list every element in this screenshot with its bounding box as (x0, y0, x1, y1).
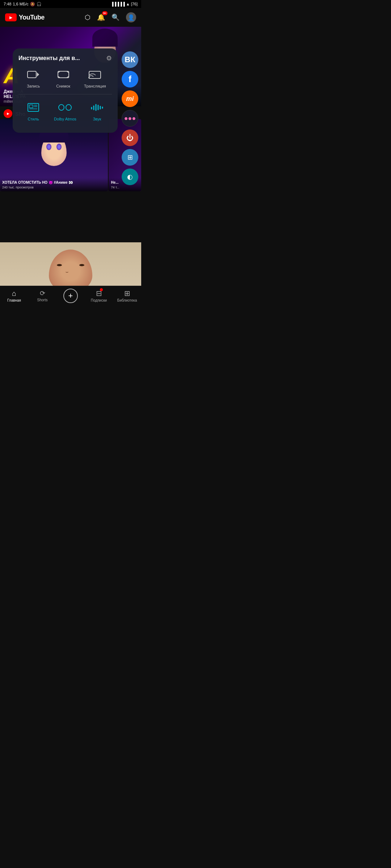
header-icons: ⬡ 🔔 9+ 🔍 👤 (85, 12, 136, 22)
profile-button[interactable]: 👤 (126, 12, 136, 22)
svg-rect-6 (29, 105, 33, 108)
cast-button[interactable]: ⬡ (85, 13, 91, 21)
svg-rect-2 (58, 71, 69, 78)
subscriptions-notif-dot (100, 288, 103, 291)
record-button[interactable]: Запись (24, 67, 42, 88)
library-icon: ⊞ (124, 289, 130, 298)
miui-control-panel: Инструменты для в... ⚙ Запись (13, 48, 118, 133)
main-content: A Джем – А HELL'S PA millennium ВК f mi … (0, 27, 141, 286)
svg-rect-10 (59, 105, 64, 110)
svg-marker-1 (37, 72, 39, 77)
dolby-icon (56, 100, 74, 115)
status-headphone-icon: 🎧 (37, 2, 42, 7)
yt-logo-text: YouTube (19, 14, 45, 21)
library-label: Библиотека (117, 298, 137, 302)
svg-rect-0 (28, 71, 36, 78)
bottom-nav: ⌂ Главная ⟳ Shorts + ⊟ Подписки ⊞ Библио… (0, 286, 141, 305)
notification-badge: 9+ (102, 11, 108, 15)
status-time: 7:48 (4, 2, 11, 6)
panel-header: Инструменты для в... ⚙ (18, 54, 112, 62)
add-button[interactable]: + (63, 289, 78, 303)
vk-app-icon[interactable]: ВК (122, 51, 138, 68)
mi-app-icon[interactable]: mi (122, 90, 138, 107)
yt-logo-icon (5, 13, 17, 21)
wifi-icon: ▲ (126, 2, 130, 6)
red-app-icon[interactable]: ⏻ (122, 129, 138, 146)
grid-app-icon[interactable]: ⊞ (122, 149, 138, 166)
sound-button[interactable]: Звук (88, 100, 106, 121)
style-icon (24, 100, 42, 115)
svg-point-4 (88, 77, 90, 78)
panel-divider (18, 94, 112, 94)
battery-icon: [76] (131, 2, 138, 6)
status-mute-icon: 🔕 (30, 2, 35, 7)
cast-panel-icon (86, 67, 104, 82)
shorts-logo (4, 109, 12, 118)
video-overlay-anime: ХОТЕЛА ОТОМСТИТЬ НО 😈 #Аниме 👀 240 тыс. … (0, 178, 108, 191)
home-icon: ⌂ (12, 289, 16, 298)
sound-icon (88, 100, 106, 115)
status-right: ▐▐▐▐▐ ▲ [76] (111, 2, 138, 6)
teal-app-icon[interactable]: ◐ (122, 169, 138, 185)
nav-subscriptions[interactable]: ⊟ Подписки (85, 289, 113, 302)
notifications-button[interactable]: 🔔 9+ (97, 13, 105, 21)
right-apps-panel: ВК f mi ●●● ⏻ ⊞ ◐ (119, 48, 141, 188)
shorts-nav-label: Shorts (37, 298, 48, 302)
bubbles-app-icon[interactable]: ●●● (122, 110, 138, 127)
sound-label: Звук (93, 117, 101, 121)
cast-panel-button[interactable]: Трансляция (84, 67, 106, 88)
facebook-app-icon[interactable]: f (122, 71, 138, 88)
screenshot-label: Снимок (56, 84, 70, 88)
home-label: Главная (7, 298, 21, 302)
subscriptions-wrapper: ⊟ (96, 289, 102, 298)
nav-shorts[interactable]: ⟳ Shorts (28, 289, 56, 302)
subscriptions-label: Подписки (91, 298, 107, 302)
signal-icon: ▐▐▐▐▐ (111, 2, 125, 6)
record-label: Запись (27, 84, 40, 88)
shorts-nav-icon: ⟳ (40, 289, 45, 297)
youtube-logo[interactable]: YouTube (5, 13, 45, 21)
panel-title: Инструменты для в... (18, 55, 80, 61)
style-button[interactable]: Стиль (24, 100, 42, 121)
dolby-button[interactable]: Dolby Atmos (54, 100, 76, 121)
panel-row-2: Стиль Dolby Atmos (18, 100, 112, 121)
status-left: 7:48 1,6 МБ/с 🔕 🎧 (4, 2, 42, 7)
dolby-label: Dolby Atmos (54, 117, 76, 121)
panel-row-1: Запись Снимок (18, 67, 112, 88)
style-label: Стиль (28, 117, 39, 121)
status-network: 1,6 МБ/с (13, 2, 28, 6)
nav-home[interactable]: ⌂ Главная (0, 289, 28, 302)
nav-library[interactable]: ⊞ Библиотека (113, 289, 141, 302)
screenshot-button[interactable]: Снимок (54, 67, 72, 88)
nav-add[interactable]: + (56, 289, 85, 303)
panel-settings-icon[interactable]: ⚙ (106, 54, 112, 62)
record-icon (24, 67, 42, 82)
screenshot-icon (54, 67, 72, 82)
status-bar: 7:48 1,6 МБ/с 🔕 🎧 ▐▐▐▐▐ ▲ [76] (0, 0, 141, 8)
youtube-header: YouTube ⬡ 🔔 9+ 🔍 👤 (0, 8, 141, 27)
search-button[interactable]: 🔍 (112, 13, 119, 21)
add-icon: + (68, 291, 73, 301)
video-views-anime: 240 тыс. просмотров (2, 186, 106, 189)
bottom-video-thumbnail[interactable] (0, 242, 141, 286)
cast-panel-label: Трансляция (84, 84, 106, 88)
svg-rect-11 (66, 105, 71, 110)
video-title-anime: ХОТЕЛА ОТОМСТИТЬ НО 😈 #Аниме 👀 (2, 180, 106, 185)
